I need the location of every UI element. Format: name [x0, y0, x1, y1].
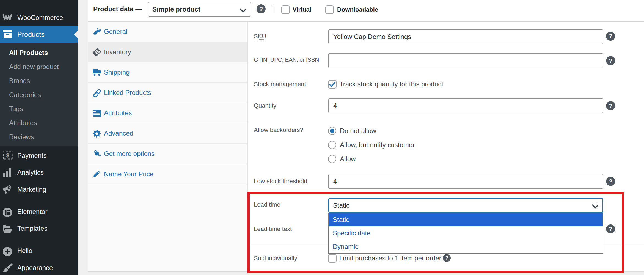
svg-text:$: $ — [6, 152, 9, 158]
